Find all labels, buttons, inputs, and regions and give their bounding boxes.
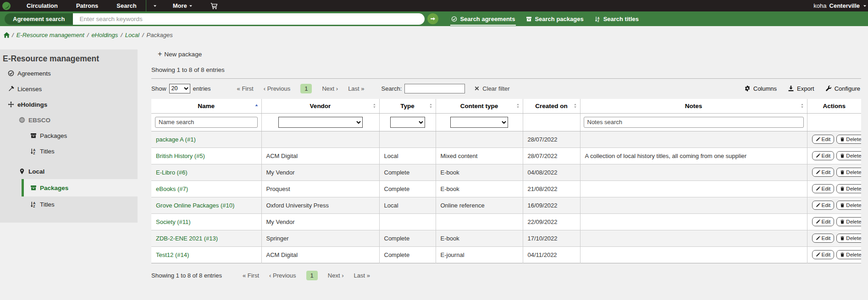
- sidebar-item-eholdings[interactable]: eHoldings: [0, 97, 138, 112]
- trash-icon: [840, 153, 845, 158]
- package-name-link[interactable]: British History (#5): [156, 153, 205, 159]
- pagination-current-page[interactable]: 1: [300, 84, 312, 93]
- svg-text:Z: Z: [33, 205, 35, 207]
- link-search-packages[interactable]: Search packages: [520, 11, 589, 26]
- content-type-filter-select[interactable]: [450, 117, 508, 128]
- delete-button[interactable]: Delete: [836, 201, 861, 210]
- delete-button[interactable]: Delete: [836, 151, 861, 160]
- svg-text:Z: Z: [33, 152, 35, 154]
- check-circle-icon: [451, 16, 457, 22]
- pagination-first[interactable]: « First: [237, 85, 254, 92]
- sidebar-item-local[interactable]: Local: [0, 164, 138, 179]
- sidebar-item-local-packages[interactable]: Packages: [22, 179, 138, 196]
- table-toolbar: Columns Export Configure: [744, 85, 861, 92]
- nav-more[interactable]: More: [164, 0, 203, 11]
- vendor-cell: My Vendor: [261, 213, 379, 230]
- package-name-link[interactable]: Society (#11): [156, 218, 191, 225]
- page-size-select[interactable]: 20: [169, 84, 190, 93]
- delete-button[interactable]: Delete: [836, 135, 861, 144]
- pagination-previous[interactable]: ‹ Previous: [269, 272, 296, 279]
- edit-button[interactable]: Edit: [812, 184, 835, 193]
- breadcrumb-eholdings[interactable]: eHoldings: [91, 32, 118, 38]
- user-menu[interactable]: koha Centerville: [813, 2, 868, 9]
- gavel-icon: [8, 86, 14, 92]
- column-header-notes[interactable]: Notes: [580, 99, 807, 113]
- content-type-cell: [436, 131, 523, 147]
- column-header-created-on[interactable]: Created on: [523, 99, 580, 113]
- edit-button[interactable]: Edit: [812, 217, 835, 226]
- sidebar-item-licenses[interactable]: Licenses: [0, 81, 138, 97]
- name-filter-input[interactable]: [155, 117, 258, 128]
- edit-button[interactable]: Edit: [812, 234, 835, 243]
- package-name-link[interactable]: ZDB-2-ENE 2021 (#13): [156, 235, 218, 242]
- sidebar-item-ebsco[interactable]: EBSCO: [0, 112, 138, 128]
- search-scope-label: Agreement search: [5, 13, 73, 25]
- vendor-filter-select[interactable]: [278, 117, 363, 128]
- chevron-down-icon: [188, 4, 193, 8]
- nav-search-dropdown[interactable]: [146, 0, 164, 11]
- column-header-type[interactable]: Type: [379, 99, 436, 113]
- sidebar-item-agreements[interactable]: Agreements: [0, 65, 138, 81]
- edit-button[interactable]: Edit: [812, 201, 835, 210]
- edit-button[interactable]: Edit: [812, 135, 835, 144]
- pagination-first[interactable]: « First: [243, 272, 259, 279]
- pagination-previous[interactable]: ‹ Previous: [264, 85, 291, 92]
- delete-button[interactable]: Delete: [836, 217, 861, 226]
- table-search-input[interactable]: [404, 84, 465, 93]
- vendor-cell: ACM Digital: [261, 246, 379, 263]
- export-button[interactable]: Export: [788, 85, 814, 92]
- package-name-link[interactable]: Test12 (#14): [156, 251, 189, 258]
- edit-button[interactable]: Edit: [812, 250, 835, 259]
- delete-button[interactable]: Delete: [836, 234, 861, 243]
- pagination-next[interactable]: Next ›: [328, 272, 344, 279]
- search-submit-button[interactable]: [427, 13, 438, 24]
- home-icon[interactable]: [3, 32, 10, 38]
- type-filter-select[interactable]: [390, 117, 425, 128]
- package-name-link[interactable]: Grove Online Packages (#10): [156, 202, 234, 209]
- trash-icon: [840, 186, 845, 191]
- column-header-name[interactable]: Name: [151, 99, 261, 113]
- gear-icon: [744, 85, 751, 92]
- column-header-content-type[interactable]: Content type: [436, 99, 523, 113]
- search-input[interactable]: [73, 13, 425, 25]
- link-search-agreements[interactable]: Search agreements: [446, 11, 520, 26]
- user-prefix: koha: [813, 2, 826, 9]
- pencil-icon: [816, 252, 820, 257]
- table-row: E-Libro (#6)My VendorCompleteE-book04/08…: [151, 164, 861, 180]
- link-search-titles[interactable]: AZ Search titles: [589, 11, 644, 26]
- nav-cart[interactable]: [202, 0, 226, 11]
- package-name-link[interactable]: eBooks (#7): [156, 185, 188, 192]
- new-package-button[interactable]: New package: [158, 50, 202, 58]
- edit-button[interactable]: Edit: [812, 151, 835, 160]
- clear-filter-button[interactable]: Clear filter: [474, 85, 509, 92]
- breadcrumb-eresource[interactable]: E-Resource management: [17, 32, 84, 38]
- column-header-vendor[interactable]: Vendor: [261, 99, 379, 113]
- pagination-current-page[interactable]: 1: [306, 271, 318, 280]
- pagination-last[interactable]: Last »: [348, 85, 364, 92]
- delete-button[interactable]: Delete: [836, 250, 861, 259]
- koha-logo[interactable]: [2, 1, 11, 11]
- delete-button[interactable]: Delete: [836, 168, 861, 177]
- package-name-link[interactable]: E-Libro (#6): [156, 169, 188, 176]
- notes-cell: [580, 197, 807, 213]
- column-header-actions: Actions: [807, 99, 861, 113]
- columns-button[interactable]: Columns: [744, 85, 777, 92]
- arrow-right-icon: [430, 16, 436, 22]
- pagination-last[interactable]: Last »: [354, 272, 370, 279]
- nav-circulation[interactable]: Circulation: [17, 0, 67, 11]
- nav-search[interactable]: Search: [107, 0, 145, 11]
- breadcrumb-local[interactable]: Local: [125, 32, 139, 38]
- globe-icon: [19, 117, 25, 123]
- sidebar-item-local-titles[interactable]: AZ Titles: [0, 196, 138, 212]
- delete-button[interactable]: Delete: [836, 184, 861, 193]
- package-name-link[interactable]: package A (#1): [156, 136, 196, 143]
- configure-button[interactable]: Configure: [825, 85, 860, 92]
- pagination-next[interactable]: Next ›: [322, 85, 338, 92]
- edit-button[interactable]: Edit: [812, 168, 835, 177]
- vendor-cell: Proquest: [261, 180, 379, 197]
- nav-patrons[interactable]: Patrons: [67, 0, 107, 11]
- sidebar-item-ebsco-packages[interactable]: Packages: [0, 128, 138, 143]
- notes-filter-input[interactable]: [584, 117, 804, 128]
- trash-icon: [840, 219, 845, 224]
- sidebar-item-ebsco-titles[interactable]: AZ Titles: [0, 143, 138, 159]
